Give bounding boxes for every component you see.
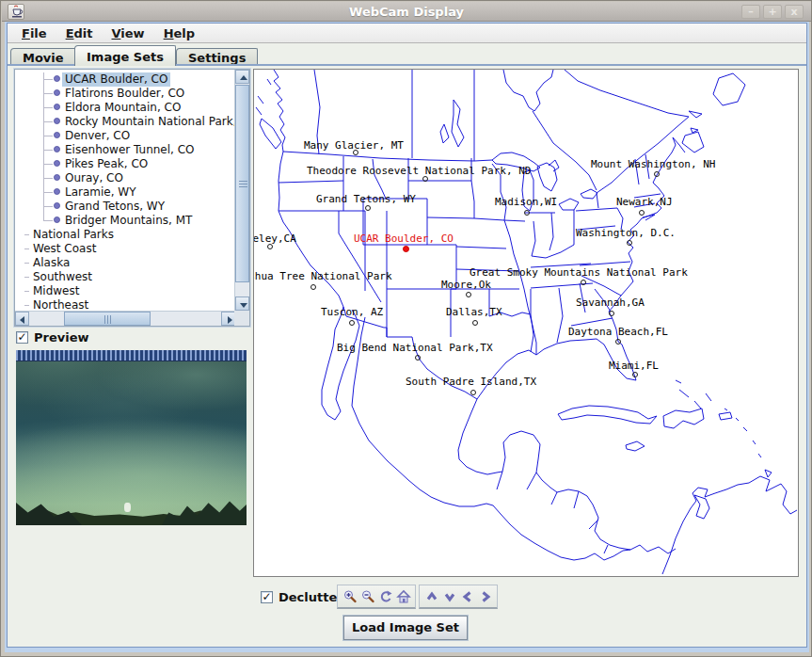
maximize-button[interactable]: + bbox=[763, 5, 782, 19]
map-station-label: Berkeley,CA bbox=[253, 232, 296, 245]
window-title: WebCam Display bbox=[2, 5, 811, 19]
load-image-set-button[interactable]: Load Image Set bbox=[343, 616, 468, 640]
map-zoom-toolbar bbox=[337, 585, 416, 609]
map-station-label: Moore,Ok bbox=[441, 279, 491, 291]
map-station-marker bbox=[639, 210, 645, 216]
station-label: Eisenhower Tunnel, CO bbox=[62, 143, 198, 157]
image-set-tree[interactable]: UCAR Boulder, COFlatirons Boulder, COEld… bbox=[15, 70, 235, 312]
pan-up-button[interactable] bbox=[422, 587, 440, 606]
station-map[interactable]: Many Glacier, MTTheodore Roosevelt Natio… bbox=[253, 69, 799, 577]
map-station-marker bbox=[310, 284, 316, 290]
group-label: Southwest bbox=[30, 270, 95, 284]
tab-image-sets[interactable]: Image Sets bbox=[74, 45, 176, 66]
tree-item-station[interactable]: Grand Tetons, WY bbox=[15, 200, 235, 214]
preview-checkbox[interactable]: ✓ bbox=[16, 331, 28, 344]
scroll-right-button[interactable] bbox=[221, 312, 235, 326]
map-station-label: Joshua Tree National Park bbox=[253, 270, 392, 282]
title-bar[interactable]: WebCam Display –+x bbox=[2, 2, 811, 22]
station-bullet-icon bbox=[54, 174, 60, 181]
group-label: West Coast bbox=[30, 242, 99, 256]
station-bullet-icon bbox=[54, 160, 60, 167]
station-bullet-icon bbox=[54, 202, 60, 209]
map-station-label: Miami,FL bbox=[609, 360, 659, 372]
group-label: National Parks bbox=[30, 228, 117, 242]
map-station-marker bbox=[627, 240, 632, 246]
map-station-marker bbox=[524, 210, 530, 216]
map-station-marker bbox=[654, 171, 660, 177]
tree-item-station[interactable]: Eisenhower Tunnel, CO bbox=[15, 143, 235, 157]
station-bullet-icon bbox=[54, 89, 60, 96]
tree-item-station[interactable]: Rocky Mountain National Park, CO bbox=[15, 115, 235, 129]
map-station-marker bbox=[415, 355, 421, 361]
map-station-marker bbox=[349, 320, 355, 326]
station-label: UCAR Boulder, CO bbox=[62, 72, 170, 87]
zoom-in-button[interactable] bbox=[341, 587, 358, 606]
image-set-tree-panel: UCAR Boulder, COFlatirons Boulder, COEld… bbox=[14, 69, 250, 327]
map-station-label: South Padre Island,TX bbox=[406, 376, 536, 388]
map-station-marker bbox=[609, 311, 614, 316]
tree-item-station[interactable]: Eldora Mountain, CO bbox=[15, 101, 235, 115]
map-station-marker bbox=[615, 339, 621, 345]
tree-item-station[interactable]: UCAR Boulder, CO bbox=[15, 72, 235, 87]
station-label: Rocky Mountain National Park, CO bbox=[62, 115, 235, 129]
tree-vertical-scrollbar[interactable] bbox=[234, 70, 249, 312]
map-station-label: Newark,NJ bbox=[616, 196, 673, 208]
map-station-label: Tuscon, AZ bbox=[321, 306, 383, 318]
station-label: Pikes Peak, CO bbox=[62, 157, 151, 171]
declutter-checkbox[interactable]: ✓ bbox=[261, 591, 273, 603]
tree-item-station[interactable]: Ouray, CO bbox=[15, 171, 235, 185]
map-station-marker bbox=[422, 176, 428, 182]
station-bullet-icon bbox=[54, 104, 60, 110]
tree-item-station[interactable]: Denver, CO bbox=[15, 129, 235, 143]
map-station-marker bbox=[632, 372, 638, 377]
map-station-label: Grand Tetons, WY bbox=[316, 193, 416, 205]
station-label: Grand Tetons, WY bbox=[62, 200, 167, 214]
tree-group-west-coast[interactable]: West Coast bbox=[15, 242, 235, 256]
station-label: Laramie, WY bbox=[62, 185, 139, 200]
tree-item-station[interactable]: Flatirons Boulder, CO bbox=[15, 87, 235, 101]
pan-left-button[interactable] bbox=[458, 587, 476, 606]
tree-group-national-parks[interactable]: National Parks bbox=[15, 228, 235, 242]
station-label: Bridger Mountains, MT bbox=[62, 214, 195, 228]
scroll-down-button[interactable] bbox=[235, 296, 249, 311]
map-station-label: Mount Washington, NH bbox=[591, 158, 715, 170]
preview-checkbox-row: ✓ Preview bbox=[16, 330, 89, 345]
menu-file[interactable]: File bbox=[13, 25, 56, 41]
tree-group-midwest[interactable]: Midwest bbox=[15, 284, 235, 298]
group-label: Midwest bbox=[30, 284, 82, 298]
vertical-scroll-thumb[interactable] bbox=[235, 85, 249, 282]
webcam-display-window: WebCam Display –+x FileEditViewHelp Movi… bbox=[0, 0, 812, 657]
group-label: Northeast bbox=[30, 298, 91, 312]
map-selected-station-marker bbox=[403, 246, 409, 252]
station-label: Eldora Mountain, CO bbox=[62, 101, 183, 115]
station-bullet-icon bbox=[54, 75, 60, 82]
reset-view-icon-button[interactable] bbox=[376, 587, 394, 606]
pan-down-button[interactable] bbox=[440, 587, 458, 606]
tree-item-station[interactable]: Bridger Mountains, MT bbox=[15, 214, 235, 228]
menu-view[interactable]: View bbox=[103, 25, 153, 41]
tree-item-station[interactable]: Laramie, WY bbox=[15, 185, 235, 200]
webcam-preview-image bbox=[16, 350, 247, 525]
map-station-label: Big Bend National Park,TX bbox=[337, 342, 493, 354]
preview-label: Preview bbox=[34, 330, 89, 345]
home-view-button[interactable] bbox=[394, 587, 412, 606]
map-station-label: Theodore Roosevelt National Park, ND bbox=[307, 165, 531, 177]
tree-group-northeast[interactable]: Northeast bbox=[15, 298, 235, 312]
close-button[interactable]: x bbox=[785, 5, 804, 19]
station-bullet-icon bbox=[54, 132, 60, 138]
tree-item-station[interactable]: Pikes Peak, CO bbox=[15, 157, 235, 171]
tree-horizontal-scrollbar[interactable] bbox=[15, 311, 235, 326]
tree-group-southwest[interactable]: Southwest bbox=[15, 270, 235, 284]
tab-bar: MovieImage SetsSettings bbox=[8, 44, 806, 66]
tree-group-alaska[interactable]: Alaska bbox=[15, 256, 235, 270]
menu-edit[interactable]: Edit bbox=[57, 25, 102, 41]
scroll-left-button[interactable] bbox=[15, 312, 29, 326]
scroll-up-button[interactable] bbox=[235, 70, 249, 84]
map-station-label: Dallas,TX bbox=[446, 306, 502, 318]
horizontal-scroll-thumb[interactable] bbox=[64, 312, 151, 326]
minimize-button[interactable]: – bbox=[741, 5, 760, 19]
pan-right-button[interactable] bbox=[476, 587, 494, 606]
menu-help[interactable]: Help bbox=[155, 25, 203, 41]
zoom-out-button[interactable] bbox=[358, 587, 376, 606]
map-station-label: Madison,WI bbox=[495, 196, 557, 208]
